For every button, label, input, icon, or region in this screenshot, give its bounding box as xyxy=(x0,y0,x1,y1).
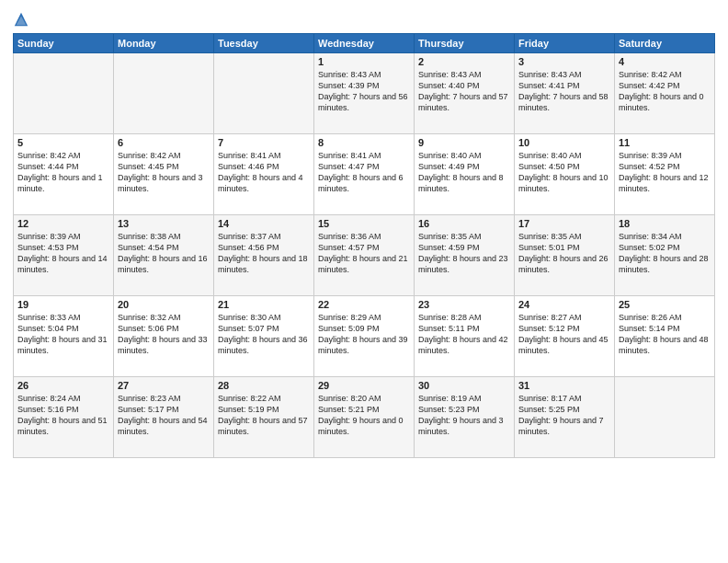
header-friday: Friday xyxy=(515,34,615,53)
calendar-cell: 28Sunrise: 8:22 AM Sunset: 5:19 PM Dayli… xyxy=(214,377,314,458)
day-number: 31 xyxy=(518,380,610,391)
calendar-cell: 31Sunrise: 8:17 AM Sunset: 5:25 PM Dayli… xyxy=(515,377,615,458)
calendar-cell: 8Sunrise: 8:41 AM Sunset: 4:47 PM Daylig… xyxy=(314,134,415,215)
day-number: 28 xyxy=(218,380,310,391)
calendar-cell xyxy=(615,377,715,458)
cell-info: Sunrise: 8:43 AM Sunset: 4:39 PM Dayligh… xyxy=(318,69,410,114)
cell-info: Sunrise: 8:40 AM Sunset: 4:50 PM Dayligh… xyxy=(518,150,610,195)
calendar-row-2: 12Sunrise: 8:39 AM Sunset: 4:53 PM Dayli… xyxy=(14,215,715,296)
header-sunday: Sunday xyxy=(14,34,114,53)
calendar-row-1: 5Sunrise: 8:42 AM Sunset: 4:44 PM Daylig… xyxy=(14,134,715,215)
calendar-cell: 21Sunrise: 8:30 AM Sunset: 5:07 PM Dayli… xyxy=(214,296,314,377)
calendar-cell: 15Sunrise: 8:36 AM Sunset: 4:57 PM Dayli… xyxy=(314,215,415,296)
calendar-cell: 27Sunrise: 8:23 AM Sunset: 5:17 PM Dayli… xyxy=(114,377,214,458)
calendar-cell: 10Sunrise: 8:40 AM Sunset: 4:50 PM Dayli… xyxy=(515,134,615,215)
day-number: 24 xyxy=(518,299,610,310)
cell-info: Sunrise: 8:34 AM Sunset: 5:02 PM Dayligh… xyxy=(619,231,711,276)
calendar-cell: 29Sunrise: 8:20 AM Sunset: 5:21 PM Dayli… xyxy=(314,377,415,458)
cell-info: Sunrise: 8:42 AM Sunset: 4:45 PM Dayligh… xyxy=(118,150,210,195)
day-number: 11 xyxy=(619,137,711,148)
day-number: 17 xyxy=(518,218,610,229)
calendar-row-4: 26Sunrise: 8:24 AM Sunset: 5:16 PM Dayli… xyxy=(14,377,715,458)
header-wednesday: Wednesday xyxy=(314,34,415,53)
cell-info: Sunrise: 8:30 AM Sunset: 5:07 PM Dayligh… xyxy=(218,312,310,357)
calendar-row-0: 1Sunrise: 8:43 AM Sunset: 4:39 PM Daylig… xyxy=(14,53,715,134)
day-number: 4 xyxy=(619,56,711,67)
calendar-cell: 9Sunrise: 8:40 AM Sunset: 4:49 PM Daylig… xyxy=(415,134,515,215)
calendar-cell: 22Sunrise: 8:29 AM Sunset: 5:09 PM Dayli… xyxy=(314,296,415,377)
calendar-cell xyxy=(214,53,314,134)
cell-info: Sunrise: 8:23 AM Sunset: 5:17 PM Dayligh… xyxy=(118,393,210,438)
day-number: 22 xyxy=(318,299,410,310)
day-number: 21 xyxy=(218,299,310,310)
cell-info: Sunrise: 8:24 AM Sunset: 5:16 PM Dayligh… xyxy=(17,393,109,438)
cell-info: Sunrise: 8:38 AM Sunset: 4:54 PM Dayligh… xyxy=(118,231,210,276)
day-number: 20 xyxy=(118,299,210,310)
cell-info: Sunrise: 8:32 AM Sunset: 5:06 PM Dayligh… xyxy=(118,312,210,357)
calendar-cell: 17Sunrise: 8:35 AM Sunset: 5:01 PM Dayli… xyxy=(515,215,615,296)
calendar-cell: 11Sunrise: 8:39 AM Sunset: 4:52 PM Dayli… xyxy=(615,134,715,215)
cell-info: Sunrise: 8:39 AM Sunset: 4:53 PM Dayligh… xyxy=(17,231,109,276)
header-thursday: Thursday xyxy=(415,34,515,53)
day-number: 25 xyxy=(619,299,711,310)
day-number: 2 xyxy=(418,56,510,67)
cell-info: Sunrise: 8:27 AM Sunset: 5:12 PM Dayligh… xyxy=(518,312,610,357)
cell-info: Sunrise: 8:42 AM Sunset: 4:44 PM Dayligh… xyxy=(17,150,109,195)
day-number: 23 xyxy=(418,299,510,310)
cell-info: Sunrise: 8:43 AM Sunset: 4:40 PM Dayligh… xyxy=(418,69,510,114)
calendar-table: Sunday Monday Tuesday Wednesday Thursday… xyxy=(13,33,715,458)
calendar-cell: 16Sunrise: 8:35 AM Sunset: 4:59 PM Dayli… xyxy=(415,215,515,296)
calendar-cell: 2Sunrise: 8:43 AM Sunset: 4:40 PM Daylig… xyxy=(415,53,515,134)
cell-info: Sunrise: 8:39 AM Sunset: 4:52 PM Dayligh… xyxy=(619,150,711,195)
day-number: 30 xyxy=(418,380,510,391)
cell-info: Sunrise: 8:41 AM Sunset: 4:47 PM Dayligh… xyxy=(318,150,410,195)
cell-info: Sunrise: 8:20 AM Sunset: 5:21 PM Dayligh… xyxy=(318,393,410,438)
calendar-cell xyxy=(14,53,114,134)
day-number: 3 xyxy=(518,56,610,67)
header-monday: Monday xyxy=(114,34,214,53)
cell-info: Sunrise: 8:37 AM Sunset: 4:56 PM Dayligh… xyxy=(218,231,310,276)
day-number: 13 xyxy=(118,218,210,229)
calendar-cell: 23Sunrise: 8:28 AM Sunset: 5:11 PM Dayli… xyxy=(415,296,515,377)
cell-info: Sunrise: 8:35 AM Sunset: 5:01 PM Dayligh… xyxy=(518,231,610,276)
cell-info: Sunrise: 8:40 AM Sunset: 4:49 PM Dayligh… xyxy=(418,150,510,195)
cell-info: Sunrise: 8:17 AM Sunset: 5:25 PM Dayligh… xyxy=(518,393,610,438)
calendar-cell: 4Sunrise: 8:42 AM Sunset: 4:42 PM Daylig… xyxy=(615,53,715,134)
calendar-cell: 3Sunrise: 8:43 AM Sunset: 4:41 PM Daylig… xyxy=(515,53,615,134)
day-number: 5 xyxy=(17,137,109,148)
calendar-cell: 25Sunrise: 8:26 AM Sunset: 5:14 PM Dayli… xyxy=(615,296,715,377)
calendar-row-3: 19Sunrise: 8:33 AM Sunset: 5:04 PM Dayli… xyxy=(14,296,715,377)
calendar-cell: 1Sunrise: 8:43 AM Sunset: 4:39 PM Daylig… xyxy=(314,53,415,134)
cell-info: Sunrise: 8:42 AM Sunset: 4:42 PM Dayligh… xyxy=(619,69,711,114)
calendar-cell: 26Sunrise: 8:24 AM Sunset: 5:16 PM Dayli… xyxy=(14,377,114,458)
day-number: 7 xyxy=(218,137,310,148)
day-number: 29 xyxy=(318,380,410,391)
calendar-cell: 12Sunrise: 8:39 AM Sunset: 4:53 PM Dayli… xyxy=(14,215,114,296)
day-number: 1 xyxy=(318,56,410,67)
calendar-cell: 18Sunrise: 8:34 AM Sunset: 5:02 PM Dayli… xyxy=(615,215,715,296)
day-number: 15 xyxy=(318,218,410,229)
page-header xyxy=(13,11,715,28)
day-number: 6 xyxy=(118,137,210,148)
cell-info: Sunrise: 8:35 AM Sunset: 4:59 PM Dayligh… xyxy=(418,231,510,276)
day-number: 27 xyxy=(118,380,210,391)
cell-info: Sunrise: 8:41 AM Sunset: 4:46 PM Dayligh… xyxy=(218,150,310,195)
cell-info: Sunrise: 8:19 AM Sunset: 5:23 PM Dayligh… xyxy=(418,393,510,438)
calendar-cell xyxy=(114,53,214,134)
day-number: 16 xyxy=(418,218,510,229)
calendar-cell: 6Sunrise: 8:42 AM Sunset: 4:45 PM Daylig… xyxy=(114,134,214,215)
cell-info: Sunrise: 8:22 AM Sunset: 5:19 PM Dayligh… xyxy=(218,393,310,438)
calendar-cell: 7Sunrise: 8:41 AM Sunset: 4:46 PM Daylig… xyxy=(214,134,314,215)
header-tuesday: Tuesday xyxy=(214,34,314,53)
logo xyxy=(13,11,33,28)
calendar-cell: 13Sunrise: 8:38 AM Sunset: 4:54 PM Dayli… xyxy=(114,215,214,296)
day-number: 12 xyxy=(17,218,109,229)
logo-icon xyxy=(13,11,29,28)
day-number: 18 xyxy=(619,218,711,229)
calendar-cell: 30Sunrise: 8:19 AM Sunset: 5:23 PM Dayli… xyxy=(415,377,515,458)
header-saturday: Saturday xyxy=(615,34,715,53)
day-number: 14 xyxy=(218,218,310,229)
cell-info: Sunrise: 8:36 AM Sunset: 4:57 PM Dayligh… xyxy=(318,231,410,276)
calendar-header-row: Sunday Monday Tuesday Wednesday Thursday… xyxy=(14,34,715,53)
day-number: 26 xyxy=(17,380,109,391)
